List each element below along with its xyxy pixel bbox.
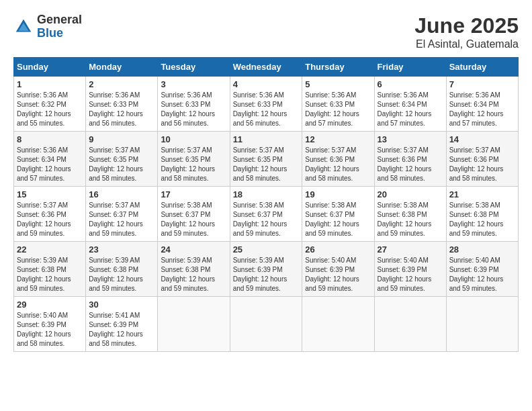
calendar-cell: 26Sunrise: 5:40 AMSunset: 6:39 PMDayligh… — [302, 242, 374, 297]
day-number: 8 — [17, 134, 83, 144]
day-number: 19 — [305, 189, 371, 199]
calendar-cell: 27Sunrise: 5:40 AMSunset: 6:39 PMDayligh… — [374, 242, 446, 297]
day-info: Sunrise: 5:38 AMSunset: 6:37 PMDaylight:… — [161, 201, 226, 238]
calendar-cell: 12Sunrise: 5:37 AMSunset: 6:36 PMDayligh… — [302, 132, 374, 187]
day-number: 2 — [89, 79, 154, 89]
day-number: 17 — [161, 189, 226, 199]
calendar-cell — [374, 297, 446, 352]
day-number: 18 — [233, 189, 300, 199]
day-info: Sunrise: 5:38 AMSunset: 6:38 PMDaylight:… — [378, 201, 443, 238]
header: General Blue June 2025 El Asintal, Guate… — [13, 13, 519, 50]
day-number: 11 — [233, 134, 300, 144]
calendar-cell: 11Sunrise: 5:37 AMSunset: 6:35 PMDayligh… — [230, 132, 302, 187]
day-info: Sunrise: 5:37 AMSunset: 6:35 PMDaylight:… — [233, 146, 300, 183]
weekday-header-thursday: Thursday — [302, 58, 374, 77]
day-info: Sunrise: 5:36 AMSunset: 6:33 PMDaylight:… — [89, 91, 154, 128]
logo-general: General — [37, 13, 82, 27]
day-number: 13 — [378, 134, 443, 144]
weekday-header-row: SundayMondayTuesdayWednesdayThursdayFrid… — [14, 58, 519, 77]
calendar-cell: 24Sunrise: 5:39 AMSunset: 6:38 PMDayligh… — [158, 242, 230, 297]
weekday-header-tuesday: Tuesday — [158, 58, 230, 77]
day-info: Sunrise: 5:37 AMSunset: 6:37 PMDaylight:… — [89, 201, 154, 238]
calendar-cell: 4Sunrise: 5:36 AMSunset: 6:33 PMDaylight… — [230, 77, 302, 132]
weekday-header-friday: Friday — [374, 58, 446, 77]
day-number: 9 — [89, 134, 154, 144]
calendar-cell: 13Sunrise: 5:37 AMSunset: 6:36 PMDayligh… — [374, 132, 446, 187]
calendar-cell: 28Sunrise: 5:40 AMSunset: 6:39 PMDayligh… — [446, 242, 518, 297]
calendar-cell: 1Sunrise: 5:36 AMSunset: 6:32 PMDaylight… — [14, 77, 86, 132]
calendar-cell: 3Sunrise: 5:36 AMSunset: 6:33 PMDaylight… — [158, 77, 230, 132]
month-title: June 2025 — [414, 13, 519, 38]
day-number: 1 — [17, 79, 83, 89]
day-number: 10 — [161, 134, 226, 144]
calendar-cell: 25Sunrise: 5:39 AMSunset: 6:39 PMDayligh… — [230, 242, 302, 297]
day-info: Sunrise: 5:36 AMSunset: 6:34 PMDaylight:… — [17, 146, 83, 183]
day-info: Sunrise: 5:40 AMSunset: 6:39 PMDaylight:… — [17, 311, 83, 349]
location-title: El Asintal, Guatemala — [414, 38, 519, 50]
calendar-cell: 17Sunrise: 5:38 AMSunset: 6:37 PMDayligh… — [158, 187, 230, 242]
day-number: 21 — [449, 189, 515, 199]
calendar-cell: 6Sunrise: 5:36 AMSunset: 6:34 PMDaylight… — [374, 77, 446, 132]
day-info: Sunrise: 5:37 AMSunset: 6:36 PMDaylight:… — [378, 146, 443, 183]
weekday-header-wednesday: Wednesday — [230, 58, 302, 77]
day-info: Sunrise: 5:36 AMSunset: 6:34 PMDaylight:… — [449, 91, 515, 128]
day-number: 12 — [305, 134, 371, 144]
calendar-cell: 21Sunrise: 5:38 AMSunset: 6:38 PMDayligh… — [446, 187, 518, 242]
logo: General Blue — [13, 13, 82, 40]
day-info: Sunrise: 5:36 AMSunset: 6:33 PMDaylight:… — [305, 91, 371, 128]
weekday-header-saturday: Saturday — [446, 58, 518, 77]
calendar-week-5: 29Sunrise: 5:40 AMSunset: 6:39 PMDayligh… — [14, 297, 519, 352]
day-info: Sunrise: 5:41 AMSunset: 6:39 PMDaylight:… — [89, 311, 154, 349]
title-area: June 2025 El Asintal, Guatemala — [414, 13, 519, 50]
calendar-cell — [446, 297, 518, 352]
day-info: Sunrise: 5:37 AMSunset: 6:36 PMDaylight:… — [449, 146, 515, 183]
weekday-header-sunday: Sunday — [14, 58, 86, 77]
day-info: Sunrise: 5:36 AMSunset: 6:34 PMDaylight:… — [378, 91, 443, 128]
calendar-cell — [230, 297, 302, 352]
calendar-cell: 15Sunrise: 5:37 AMSunset: 6:36 PMDayligh… — [14, 187, 86, 242]
day-info: Sunrise: 5:38 AMSunset: 6:37 PMDaylight:… — [233, 201, 300, 238]
logo-text: General Blue — [37, 13, 82, 40]
day-info: Sunrise: 5:37 AMSunset: 6:36 PMDaylight:… — [305, 146, 371, 183]
day-info: Sunrise: 5:36 AMSunset: 6:33 PMDaylight:… — [233, 91, 300, 128]
day-info: Sunrise: 5:38 AMSunset: 6:38 PMDaylight:… — [449, 201, 515, 238]
day-number: 28 — [449, 244, 515, 255]
day-number: 15 — [17, 189, 83, 199]
calendar-cell: 16Sunrise: 5:37 AMSunset: 6:37 PMDayligh… — [86, 187, 158, 242]
day-info: Sunrise: 5:39 AMSunset: 6:38 PMDaylight:… — [161, 256, 226, 293]
day-number: 29 — [17, 300, 83, 310]
calendar-cell: 8Sunrise: 5:36 AMSunset: 6:34 PMDaylight… — [14, 132, 86, 187]
day-number: 4 — [233, 79, 300, 89]
day-number: 5 — [305, 79, 371, 89]
calendar-cell: 7Sunrise: 5:36 AMSunset: 6:34 PMDaylight… — [446, 77, 518, 132]
day-info: Sunrise: 5:39 AMSunset: 6:38 PMDaylight:… — [17, 256, 83, 293]
calendar-week-3: 15Sunrise: 5:37 AMSunset: 6:36 PMDayligh… — [14, 187, 519, 242]
weekday-header-monday: Monday — [86, 58, 158, 77]
calendar-cell — [302, 297, 374, 352]
day-number: 7 — [449, 79, 515, 89]
day-number: 24 — [161, 244, 226, 255]
calendar-cell: 5Sunrise: 5:36 AMSunset: 6:33 PMDaylight… — [302, 77, 374, 132]
logo-icon — [13, 17, 34, 37]
calendar-week-4: 22Sunrise: 5:39 AMSunset: 6:38 PMDayligh… — [14, 242, 519, 297]
calendar-cell: 10Sunrise: 5:37 AMSunset: 6:35 PMDayligh… — [158, 132, 230, 187]
calendar-week-2: 8Sunrise: 5:36 AMSunset: 6:34 PMDaylight… — [14, 132, 519, 187]
day-info: Sunrise: 5:40 AMSunset: 6:39 PMDaylight:… — [378, 256, 443, 293]
day-info: Sunrise: 5:39 AMSunset: 6:39 PMDaylight:… — [233, 256, 300, 293]
calendar-cell: 2Sunrise: 5:36 AMSunset: 6:33 PMDaylight… — [86, 77, 158, 132]
day-number: 22 — [17, 244, 83, 255]
day-number: 27 — [378, 244, 443, 255]
day-number: 16 — [89, 189, 154, 199]
day-number: 6 — [378, 79, 443, 89]
day-info: Sunrise: 5:36 AMSunset: 6:32 PMDaylight:… — [17, 91, 83, 128]
day-number: 20 — [378, 189, 443, 199]
calendar-cell: 20Sunrise: 5:38 AMSunset: 6:38 PMDayligh… — [374, 187, 446, 242]
day-info: Sunrise: 5:38 AMSunset: 6:37 PMDaylight:… — [305, 201, 371, 238]
calendar-cell: 23Sunrise: 5:39 AMSunset: 6:38 PMDayligh… — [86, 242, 158, 297]
day-number: 30 — [89, 300, 154, 310]
day-number: 3 — [161, 79, 226, 89]
calendar-cell: 30Sunrise: 5:41 AMSunset: 6:39 PMDayligh… — [86, 297, 158, 352]
calendar-week-1: 1Sunrise: 5:36 AMSunset: 6:32 PMDaylight… — [14, 77, 519, 132]
day-info: Sunrise: 5:39 AMSunset: 6:38 PMDaylight:… — [89, 256, 154, 293]
day-info: Sunrise: 5:37 AMSunset: 6:35 PMDaylight:… — [89, 146, 154, 183]
